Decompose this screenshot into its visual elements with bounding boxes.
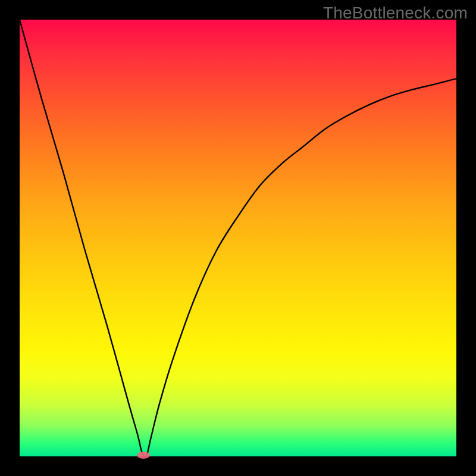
- chart-frame: TheBottleneck.com: [0, 0, 476, 476]
- bottleneck-point-marker: [137, 452, 150, 459]
- watermark-text: TheBottleneck.com: [323, 4, 468, 23]
- plot-area: [20, 20, 456, 456]
- bottleneck-curve: [20, 20, 456, 456]
